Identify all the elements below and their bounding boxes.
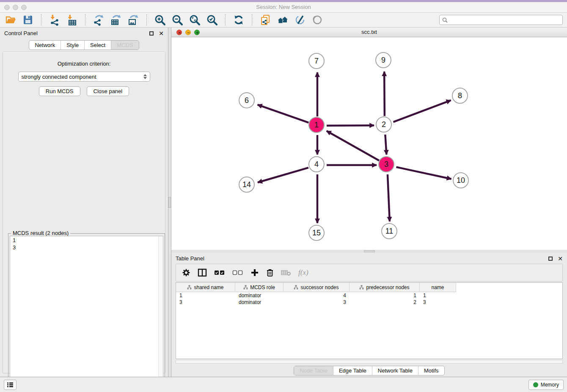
network-window-titlebar[interactable]: scc.txt (171, 28, 567, 37)
graph-node-2[interactable]: 2 (376, 116, 392, 133)
table-cell[interactable]: dominator (235, 292, 284, 299)
network-minimize-button[interactable] (185, 30, 191, 35)
zoom-in-icon[interactable] (154, 14, 166, 26)
mcds-result-title: MCDS result (2 nodes) (11, 230, 70, 236)
table-horizontal-scrollbar[interactable] (176, 360, 563, 364)
close-panel-icon[interactable]: ✕ (159, 31, 164, 36)
export-image-icon[interactable] (127, 14, 140, 26)
tab-mcds[interactable]: MCDS (111, 41, 138, 50)
deselect-all-icon[interactable] (232, 270, 243, 276)
table-cell[interactable]: 2 (350, 299, 420, 306)
export-network-icon[interactable] (92, 14, 105, 26)
split-columns-icon[interactable] (198, 268, 207, 277)
gear-icon[interactable] (182, 268, 190, 277)
graph-node-1[interactable]: 1 (308, 117, 325, 133)
mcds-result-text[interactable]: 1 3 (10, 236, 163, 392)
graph-node-7[interactable]: 7 (308, 53, 325, 69)
float-panel-icon[interactable] (548, 257, 553, 261)
search-input[interactable] (450, 17, 560, 23)
select-all-icon[interactable] (214, 270, 225, 276)
tab-style[interactable]: Style (61, 41, 84, 50)
graph-node-4[interactable]: 4 (308, 156, 325, 172)
table-cell[interactable]: 3 (420, 299, 456, 306)
window-close-button[interactable] (4, 5, 10, 10)
splitter-grip[interactable] (364, 250, 375, 252)
graph-edge-2-9[interactable] (384, 72, 385, 116)
network-maximize-button[interactable] (194, 30, 200, 35)
open-session-icon[interactable] (4, 14, 17, 26)
vertical-splitter[interactable] (168, 28, 171, 377)
table-row[interactable]: 3dominator323 (176, 299, 562, 306)
optimization-criterion-select[interactable]: strongly connected component (18, 72, 150, 82)
graph-node-14[interactable]: 14 (239, 177, 255, 193)
save-session-icon[interactable] (22, 14, 34, 26)
main-toolbar (0, 13, 567, 28)
graph-edge-3-1[interactable] (327, 131, 379, 160)
column-header-MCDS-role[interactable]: MCDS role (235, 283, 284, 292)
table-row[interactable]: 1dominator411 (176, 292, 562, 299)
column-header-shared-name[interactable]: shared name (176, 283, 235, 292)
graph-edge-2-3[interactable] (385, 135, 386, 155)
zoom-fit-icon[interactable] (188, 14, 201, 26)
graph-edge-1-2[interactable] (327, 125, 374, 126)
graph-node-9[interactable]: 9 (375, 52, 391, 68)
zoom-out-icon[interactable] (171, 14, 184, 26)
add-column-icon[interactable] (250, 268, 259, 277)
table-cell[interactable]: 1 (350, 292, 420, 299)
table-panel-tabs: Node TableEdge TableNetwork TableMotifs (171, 366, 567, 375)
graph-node-6[interactable]: 6 (239, 92, 255, 108)
result-scrollbar[interactable] (158, 236, 163, 392)
graph-node-10[interactable]: 10 (453, 172, 469, 188)
memory-button[interactable]: Memory (528, 380, 564, 390)
export-table-icon[interactable] (110, 14, 122, 26)
window-zoom-button[interactable] (21, 5, 27, 10)
graph-node-8[interactable]: 8 (452, 88, 468, 104)
tab-network-table[interactable]: Network Table (372, 366, 418, 375)
table-cell[interactable]: 4 (284, 292, 350, 299)
clear-table-icon (281, 269, 291, 276)
column-header-successor-nodes[interactable]: successor nodes (284, 283, 350, 292)
import-table-icon[interactable] (66, 14, 78, 26)
import-network-icon[interactable] (48, 14, 61, 26)
graph-node-3[interactable]: 3 (378, 156, 394, 172)
search-box[interactable] (439, 15, 563, 25)
close-panel-icon[interactable]: ✕ (558, 257, 563, 261)
hide-panels-icon[interactable] (311, 14, 324, 26)
tab-network[interactable]: Network (29, 41, 61, 50)
window-minimize-button[interactable] (13, 5, 18, 10)
graph-edge-4-14[interactable] (258, 168, 308, 182)
clone-network-icon[interactable] (259, 14, 272, 26)
delete-icon[interactable] (266, 268, 274, 277)
column-header-name[interactable]: name (420, 283, 456, 292)
close-panel-button[interactable]: Close panel (87, 86, 129, 96)
run-mcds-button[interactable]: Run MCDS (39, 86, 80, 96)
graph-edge-3-10[interactable] (396, 167, 451, 179)
tab-motifs[interactable]: Motifs (418, 366, 444, 375)
graph-node-11[interactable]: 11 (381, 223, 397, 239)
optimization-criterion-label: Optimization criterion: (3, 61, 165, 67)
cytoscape-swoosh-icon[interactable] (294, 14, 306, 26)
network-close-button[interactable] (176, 30, 182, 35)
table-cell[interactable]: 3 (284, 299, 350, 306)
table-cell[interactable]: 3 (176, 299, 235, 306)
tab-edge-table[interactable]: Edge Table (333, 366, 372, 375)
graph-edge-3-11[interactable] (388, 174, 390, 221)
tab-node-table[interactable]: Node Table (294, 366, 333, 375)
splitter-grip[interactable] (168, 197, 171, 208)
table-cell[interactable]: 1 (176, 292, 235, 299)
home-icon[interactable] (276, 14, 289, 26)
table-cell[interactable]: 1 (420, 292, 456, 299)
task-history-button[interactable] (4, 380, 17, 390)
apply-layout-icon[interactable] (232, 14, 245, 26)
graph-edge-2-8[interactable] (394, 100, 451, 122)
column-header-predecessor-nodes[interactable]: predecessor nodes (350, 283, 420, 292)
horizontal-splitter[interactable] (171, 250, 567, 253)
toolbar-separator (225, 14, 226, 25)
float-panel-icon[interactable] (149, 31, 154, 36)
graph-node-15[interactable]: 15 (308, 225, 325, 241)
network-canvas[interactable]: 7968124314101511 (171, 37, 567, 250)
table-cell[interactable]: dominator (235, 299, 284, 306)
zoom-selected-icon[interactable] (206, 14, 218, 26)
graph-edge-1-6[interactable] (258, 105, 309, 122)
tab-select[interactable]: Select (84, 41, 111, 50)
